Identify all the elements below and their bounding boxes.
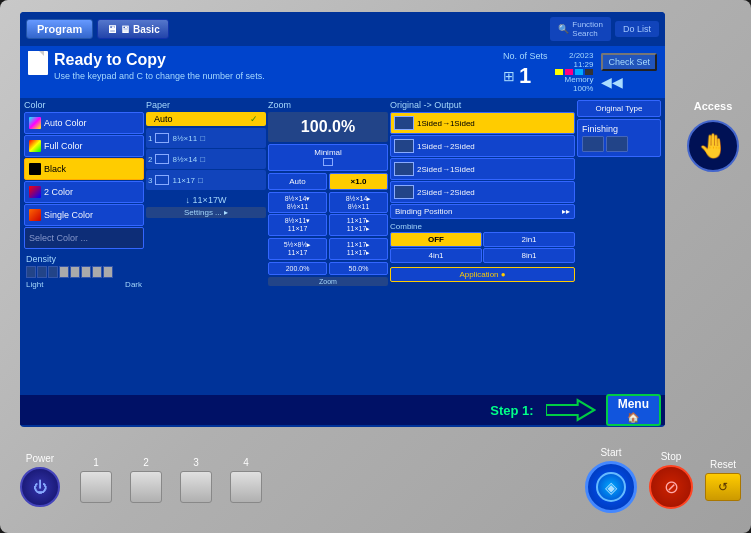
output-column: Original -> Output 1Sided→1Sided 1Sided→… xyxy=(390,100,575,425)
combine-4in1-button[interactable]: 4in1 xyxy=(390,248,482,263)
basic-button[interactable]: 🖥 🖥 Basic xyxy=(97,19,168,39)
sets-count: 1 xyxy=(519,63,531,89)
x10-zoom-button[interactable]: ×1.0 xyxy=(329,173,388,190)
density-cell-2 xyxy=(37,266,47,278)
2sided-2sided-button[interactable]: 2Sided→2Sided xyxy=(390,181,575,203)
original-type-box[interactable]: Original Type xyxy=(577,100,661,117)
step1-arrow xyxy=(546,397,596,423)
nav-prev-icon[interactable]: ◀◀ xyxy=(601,74,623,90)
density-cell-4 xyxy=(59,266,69,278)
1s1s-icon xyxy=(394,116,414,130)
output-section-label: Original -> Output xyxy=(390,100,575,110)
power-icon: ⏻ xyxy=(33,479,47,495)
finishing-icon-1 xyxy=(582,136,604,152)
orig-type-label: Original Type xyxy=(582,104,656,113)
zoom-50-button[interactable]: 11×17▸11×17▸ xyxy=(329,238,388,260)
search-icon: 🔍 xyxy=(558,24,569,34)
odo-list-button[interactable]: Do List xyxy=(615,21,659,37)
power-group: Power ⏻ xyxy=(20,453,60,507)
zoom-bottom-label: Zoom xyxy=(268,277,388,286)
program-button[interactable]: Program xyxy=(26,19,93,39)
paper-size-icon-1 xyxy=(155,133,169,143)
hand-icon: 🤚 xyxy=(698,132,728,160)
basic-icon: 🖥 xyxy=(106,23,117,35)
single-color-button[interactable]: Single Color xyxy=(24,204,144,226)
black-button[interactable]: Black xyxy=(24,158,144,180)
ready-bar: Ready to Copy Use the keypad and C to ch… xyxy=(20,46,665,98)
application-button[interactable]: Application ● xyxy=(390,267,575,282)
combine-2in1-button[interactable]: 2in1 xyxy=(483,232,575,247)
paper-size-icon-2 xyxy=(155,154,169,164)
1sided-2sided-button[interactable]: 1Sided→2Sided xyxy=(390,135,575,157)
zoom-200-button[interactable]: 5½×8½▸11×17 xyxy=(268,238,327,260)
tray-label: ↓ 11×17W xyxy=(146,195,266,205)
date-display: 2/2023 xyxy=(569,51,593,60)
auto-color-button[interactable]: Auto Color xyxy=(24,112,144,134)
binding-position-button[interactable]: Binding Position ▸▸ xyxy=(390,204,575,219)
num-1-button[interactable] xyxy=(80,471,112,503)
home-icon: 🏠 xyxy=(627,412,639,423)
power-button[interactable]: ⏻ xyxy=(20,467,60,507)
paper-row-3[interactable]: 3 11×17 □ xyxy=(146,170,266,190)
size-combo-2b[interactable]: 11×17▸11×17▸ xyxy=(329,214,388,236)
auto-color-dot xyxy=(29,117,41,129)
size-combo-1b[interactable]: 8½×14▸8½×11 xyxy=(329,192,388,213)
paper-row-1[interactable]: 1 8½×11 □ xyxy=(146,128,266,148)
size-combo-1a[interactable]: 8½×14▾8½×11 xyxy=(268,192,327,213)
2sided-1sided-button[interactable]: 2Sided→1Sided xyxy=(390,158,575,180)
density-cell-5 xyxy=(70,266,80,278)
combine-off-button[interactable]: OFF xyxy=(390,232,482,247)
touch-circle[interactable]: 🤚 xyxy=(687,120,739,172)
2color-dot xyxy=(29,186,41,198)
color-column: Color Auto Color Full Color Black xyxy=(24,100,144,425)
num-2-button[interactable] xyxy=(130,471,162,503)
finishing-box[interactable]: Finishing xyxy=(577,119,661,157)
density-cell-8 xyxy=(103,266,113,278)
power-label: Power xyxy=(26,453,54,464)
size-combo-2a[interactable]: 8½×11▾11×17 xyxy=(268,214,327,236)
menu-button[interactable]: Menu 🏠 xyxy=(606,394,661,426)
document-icon xyxy=(28,51,48,75)
stop-group: Stop ⊘ xyxy=(649,451,693,509)
minimal-button[interactable]: Minimal xyxy=(268,144,388,171)
paper-size-icon-3 xyxy=(155,175,169,185)
num-3-group: 3 xyxy=(180,457,212,503)
svg-marker-0 xyxy=(546,400,594,420)
1sided-1sided-button[interactable]: 1Sided→1Sided xyxy=(390,112,575,134)
memory-pct: 100% xyxy=(573,84,593,93)
ready-subtitle: Use the keypad and C to change the numbe… xyxy=(54,71,265,81)
2color-button[interactable]: 2 Color xyxy=(24,181,144,203)
single-color-dot xyxy=(29,209,41,221)
check-set-button[interactable]: Check Set xyxy=(601,53,657,71)
num-4-button[interactable] xyxy=(230,471,262,503)
ready-title: Ready to Copy xyxy=(54,51,265,69)
function-search-button[interactable]: 🔍 FunctionSearch xyxy=(550,17,611,41)
density-section: Density Light xyxy=(24,252,144,291)
access-label: Access xyxy=(694,100,733,112)
reset-button[interactable]: ↺ xyxy=(705,473,741,501)
reset-icon: ↺ xyxy=(718,480,728,494)
auto-zoom-button[interactable]: Auto xyxy=(268,173,327,190)
combine-8in1-button[interactable]: 8in1 xyxy=(483,248,575,263)
machine-body: Program 🖥 🖥 Basic 🔍 FunctionSearch Do Li… xyxy=(0,0,751,533)
dark-label: Dark xyxy=(125,280,142,289)
reset-label: Reset xyxy=(710,459,736,470)
zoom-pct-200[interactable]: 200.0% xyxy=(268,262,327,275)
start-inner: ◈ xyxy=(596,472,626,502)
paper-settings-button[interactable]: Settings ... ▸ xyxy=(146,207,266,218)
zoom-pct-50[interactable]: 50.0% xyxy=(329,262,388,275)
num-3-button[interactable] xyxy=(180,471,212,503)
full-color-button[interactable]: Full Color xyxy=(24,135,144,157)
screen: Program 🖥 🖥 Basic 🔍 FunctionSearch Do Li… xyxy=(20,12,665,427)
paper-row-2[interactable]: 2 8½×14 □ xyxy=(146,149,266,169)
2s1s-icon xyxy=(394,162,414,176)
start-button[interactable]: ◈ xyxy=(585,461,637,513)
black-dot xyxy=(29,163,41,175)
paper-auto-button[interactable]: Auto ✓ xyxy=(146,112,266,126)
num-2-label: 2 xyxy=(143,457,149,468)
full-color-dot xyxy=(29,140,41,152)
stop-icon: ⊘ xyxy=(664,476,679,498)
select-color-button[interactable]: Select Color ... xyxy=(24,227,144,249)
basic-label: 🖥 Basic xyxy=(120,24,159,35)
stop-button[interactable]: ⊘ xyxy=(649,465,693,509)
